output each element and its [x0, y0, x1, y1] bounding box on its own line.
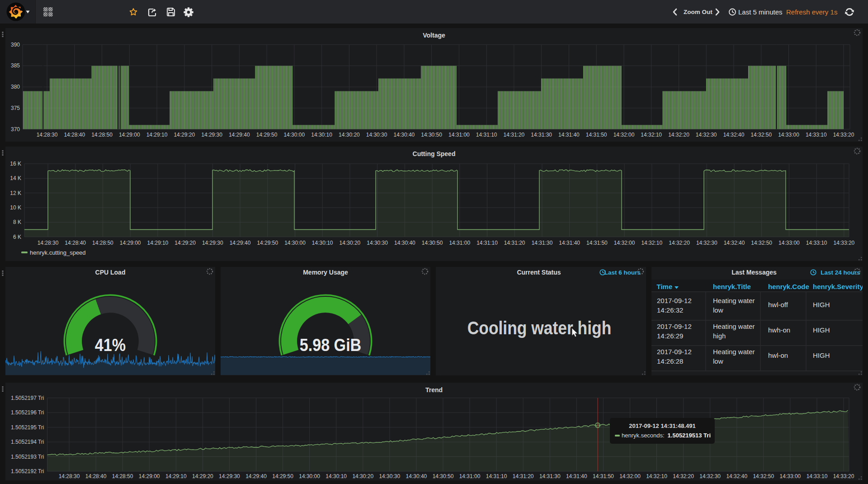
svg-text:14:33:20: 14:33:20	[833, 473, 854, 479]
svg-text:14:32:10: 14:32:10	[641, 132, 662, 138]
svg-text:14:30:20: 14:30:20	[339, 132, 360, 138]
svg-text:low: low	[713, 357, 723, 365]
svg-text:14:29:40: 14:29:40	[230, 240, 251, 246]
svg-text:14:31:10: 14:31:10	[476, 240, 498, 246]
svg-text:375: 375	[11, 105, 20, 111]
svg-text:14:30:40: 14:30:40	[394, 132, 415, 138]
svg-text:14:28:40: 14:28:40	[64, 132, 85, 138]
svg-text:14:31:40: 14:31:40	[558, 132, 580, 138]
svg-text:14:26:28: 14:26:28	[657, 357, 683, 365]
svg-text:1.505219513 Tri: 1.505219513 Tri	[668, 432, 711, 439]
svg-text:14:32:40: 14:32:40	[723, 132, 745, 138]
svg-text:14:29:40: 14:29:40	[229, 132, 250, 138]
svg-text:14:28:40: 14:28:40	[85, 473, 107, 479]
svg-text:14:29:50: 14:29:50	[257, 240, 278, 246]
svg-text:14:29:20: 14:29:20	[174, 132, 195, 138]
svg-text:Voltage: Voltage	[423, 32, 445, 39]
svg-text:14:30:50: 14:30:50	[422, 240, 443, 246]
svg-text:14:33:20: 14:33:20	[834, 240, 855, 246]
svg-text:1.5052194 Tri: 1.5052194 Tri	[11, 439, 44, 445]
svg-text:HIGH: HIGH	[813, 301, 830, 308]
svg-text:Heating water: Heating water	[713, 348, 755, 356]
svg-text:14:30:20: 14:30:20	[340, 240, 361, 246]
svg-text:14:29:20: 14:29:20	[192, 473, 213, 479]
svg-text:14:28:40: 14:28:40	[65, 240, 86, 246]
svg-text:CPU Load: CPU Load	[95, 269, 126, 276]
svg-text:14:31:30: 14:31:30	[539, 473, 561, 479]
svg-text:14:31:40: 14:31:40	[566, 473, 587, 479]
svg-text:14:31:50: 14:31:50	[586, 132, 607, 138]
svg-text:2017-09-12: 2017-09-12	[657, 348, 692, 356]
svg-text:14:29:10: 14:29:10	[165, 473, 187, 479]
svg-text:41%: 41%	[95, 335, 126, 355]
svg-text:Last Messages: Last Messages	[731, 269, 777, 276]
svg-text:14:32:00: 14:32:00	[613, 132, 635, 138]
svg-text:14:30:00: 14:30:00	[299, 473, 320, 479]
svg-text:14:28:50: 14:28:50	[92, 240, 113, 246]
svg-text:14:26:32: 14:26:32	[657, 306, 683, 314]
svg-text:14:30:10: 14:30:10	[326, 473, 347, 479]
svg-text:14:30:00: 14:30:00	[284, 240, 306, 246]
svg-text:Heating water: Heating water	[713, 323, 755, 330]
svg-text:14:31:20: 14:31:20	[504, 240, 525, 246]
svg-text:henryk.Code: henryk.Code	[768, 283, 809, 290]
svg-text:380: 380	[11, 84, 20, 90]
svg-text:14:32:00: 14:32:00	[614, 240, 635, 246]
svg-text:Cutting Speed: Cutting Speed	[413, 150, 456, 157]
svg-text:Current Status: Current Status	[517, 269, 561, 276]
svg-text:14:30:50: 14:30:50	[421, 132, 442, 138]
svg-text:14:31:50: 14:31:50	[586, 240, 608, 246]
svg-text:14:30:40: 14:30:40	[394, 240, 415, 246]
svg-text:14:33:00: 14:33:00	[780, 473, 801, 479]
svg-text:14:29:50: 14:29:50	[256, 132, 278, 138]
svg-text:14:32:50: 14:32:50	[753, 473, 774, 479]
svg-text:14:32:30: 14:32:30	[696, 132, 717, 138]
svg-text:1.5052193 Tri: 1.5052193 Tri	[11, 454, 44, 460]
svg-text:14:30:10: 14:30:10	[311, 132, 332, 138]
svg-text:14:29:40: 14:29:40	[245, 473, 267, 479]
svg-text:14:26:29: 14:26:29	[657, 332, 683, 340]
svg-text:14:29:00: 14:29:00	[120, 240, 141, 246]
svg-text:Heating water: Heating water	[713, 297, 755, 304]
svg-text:14 K: 14 K	[10, 175, 21, 181]
svg-text:14:31:10: 14:31:10	[476, 132, 497, 138]
svg-text:14:28:30: 14:28:30	[38, 240, 59, 246]
svg-text:14:31:30: 14:31:30	[531, 132, 552, 138]
svg-text:14:30:30: 14:30:30	[366, 132, 387, 138]
svg-text:henryk.seconds:: henryk.seconds:	[622, 432, 665, 439]
svg-text:14:32:50: 14:32:50	[751, 240, 772, 246]
svg-text:Last 24 hours: Last 24 hours	[821, 269, 860, 276]
svg-text:14:32:20: 14:32:20	[668, 132, 689, 138]
svg-text:14:29:00: 14:29:00	[119, 132, 140, 138]
svg-text:16 K: 16 K	[10, 161, 21, 167]
svg-text:2017-09-12 14:31:48.491: 2017-09-12 14:31:48.491	[629, 422, 695, 429]
svg-text:14:28:50: 14:28:50	[91, 132, 113, 138]
svg-text:hwl-off: hwl-off	[768, 301, 788, 308]
svg-text:low: low	[713, 306, 723, 314]
svg-text:14:31:20: 14:31:20	[504, 132, 525, 138]
svg-text:14:29:10: 14:29:10	[146, 132, 168, 138]
svg-text:14:29:20: 14:29:20	[175, 240, 196, 246]
svg-text:14:30:30: 14:30:30	[379, 473, 400, 479]
svg-text:14:31:10: 14:31:10	[486, 473, 507, 479]
svg-text:14:30:10: 14:30:10	[312, 240, 333, 246]
svg-text:14:28:30: 14:28:30	[37, 132, 58, 138]
svg-text:2017-09-12: 2017-09-12	[657, 297, 692, 304]
svg-text:14:30:00: 14:30:00	[283, 132, 305, 138]
svg-text:14:31:00: 14:31:00	[449, 240, 470, 246]
svg-text:14:32:10: 14:32:10	[641, 240, 662, 246]
svg-text:8 K: 8 K	[13, 219, 21, 225]
svg-text:370: 370	[11, 126, 20, 133]
svg-text:6 K: 6 K	[13, 234, 21, 240]
svg-text:14:29:10: 14:29:10	[147, 240, 169, 246]
svg-text:hwh-on: hwh-on	[768, 326, 790, 334]
svg-text:10 K: 10 K	[10, 204, 21, 211]
svg-text:14:32:10: 14:32:10	[646, 473, 667, 479]
svg-text:390: 390	[11, 42, 20, 48]
svg-text:14:29:30: 14:29:30	[202, 240, 223, 246]
svg-text:14:33:10: 14:33:10	[807, 473, 828, 479]
svg-text:14:30:30: 14:30:30	[367, 240, 388, 246]
svg-text:high: high	[713, 332, 726, 340]
svg-text:HIGH: HIGH	[813, 326, 830, 334]
svg-text:14:32:20: 14:32:20	[673, 473, 694, 479]
